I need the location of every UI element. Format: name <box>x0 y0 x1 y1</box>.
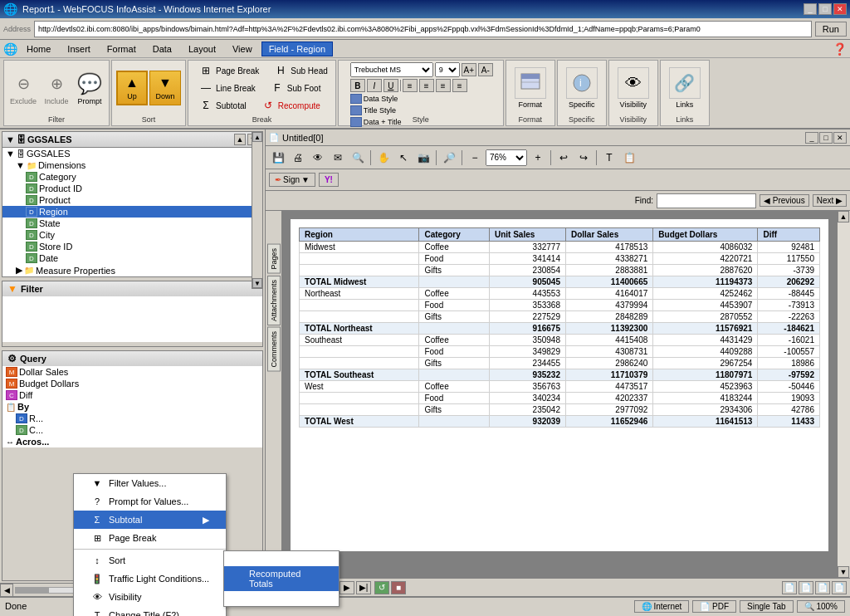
doc-search-button[interactable]: 🔍 <box>349 149 367 167</box>
sign-button[interactable]: ✒ Sign ▼ <box>269 173 315 187</box>
find-input[interactable] <box>657 193 756 208</box>
menu-view[interactable]: View <box>225 42 260 56</box>
subtotal-button[interactable]: Σ Subtotal <box>195 97 251 114</box>
run-button[interactable]: Run <box>815 22 847 37</box>
doc-scroll-up-button[interactable]: ▲ <box>838 211 849 222</box>
stop-button[interactable]: ■ <box>391 581 406 594</box>
tree-dimensions[interactable]: ▼ 📁 Dimensions <box>2 159 262 171</box>
align-left-button[interactable]: ≡ <box>403 79 418 92</box>
query-diff[interactable]: C Diff <box>2 389 262 401</box>
tree-scroll-down[interactable]: ▼ <box>252 278 262 288</box>
tree-ggsales[interactable]: ▼ 🗄 GGSALES <box>2 148 262 159</box>
ctx-change-title[interactable]: T Change Title (F2) <box>74 606 226 616</box>
hscroll-left-button[interactable]: ◀ <box>0 584 13 597</box>
tree-product-id[interactable]: D Product ID <box>2 183 262 194</box>
last-page-button[interactable]: ▶| <box>356 581 371 594</box>
query-region[interactable]: D R... <box>2 413 262 424</box>
sub-foot-button[interactable]: F Sub Foot <box>266 80 325 96</box>
doc-zoom-in-button[interactable]: + <box>529 149 547 167</box>
menu-home[interactable]: Home <box>19 42 58 56</box>
query-category[interactable]: D C... <box>2 424 262 436</box>
grow-font-button[interactable]: A+ <box>462 63 476 76</box>
query-budget-dollars[interactable]: M Budget Dollars <box>2 378 262 389</box>
submenu-recomputed[interactable]: ● Recomputed Totals <box>224 566 339 591</box>
doc-minimize-button[interactable]: _ <box>805 132 818 144</box>
yahoo-button[interactable]: Y! <box>319 173 339 187</box>
ctx-prompt-values[interactable]: ? Prompt for Values... <box>74 492 226 511</box>
doc-pan-button[interactable]: ✋ <box>374 149 393 167</box>
doc-email-button[interactable]: ✉ <box>329 149 347 167</box>
recompute-button[interactable]: ↺ Recompute <box>257 97 325 114</box>
sort-up-button[interactable]: ▲ Up <box>116 71 148 105</box>
sub-head-button[interactable]: H Sub Head <box>270 62 331 79</box>
close-button[interactable]: ✕ <box>833 3 847 15</box>
doc-preview-button[interactable]: 👁 <box>309 149 327 167</box>
ctx-filter-values[interactable]: ▼ Filter Values... <box>74 474 226 492</box>
title-style-button[interactable]: Title Style <box>364 106 396 115</box>
doc-save-button[interactable]: 💾 <box>269 149 287 167</box>
comments-tab[interactable]: Comments <box>267 327 281 372</box>
doc-zoom-out-button[interactable]: − <box>466 149 484 167</box>
doc-restore-button[interactable]: □ <box>819 132 833 144</box>
doc-print-button[interactable]: 🖨 <box>289 149 307 167</box>
prompt-button[interactable]: 💬 Prompt <box>74 68 105 108</box>
help-icon[interactable]: ❓ <box>833 42 847 56</box>
data-style-button[interactable]: Data Style <box>364 95 398 103</box>
submenu-on[interactable]: On <box>224 551 339 566</box>
field-region-tab[interactable]: Field - Region <box>261 42 333 56</box>
doc-export1[interactable]: 📄 <box>782 581 797 594</box>
panel-up-button[interactable]: ▲ <box>234 134 246 145</box>
include-button[interactable]: ⊕ Include <box>41 68 72 108</box>
tree-measure-props[interactable]: ▶ 📁 Measure Properties <box>2 264 262 276</box>
tree-product[interactable]: D Product <box>2 194 262 206</box>
format-button[interactable]: Format <box>519 100 543 109</box>
visibility-button[interactable]: Visibility <box>620 100 647 109</box>
shrink-font-button[interactable]: A- <box>478 63 493 76</box>
doc-undo-button[interactable]: ↩ <box>554 149 573 167</box>
links-button[interactable]: Links <box>676 100 693 109</box>
ctx-visibility[interactable]: 👁 Visibility <box>74 588 226 606</box>
menu-insert[interactable]: Insert <box>60 42 98 56</box>
submenu-off[interactable]: Off <box>224 591 339 606</box>
doc-export3[interactable]: 📄 <box>815 581 830 594</box>
align-justify-button[interactable]: ≡ <box>452 79 467 92</box>
attachments-tab[interactable]: Attachments <box>267 276 281 325</box>
reload-button[interactable]: ↺ <box>374 581 389 594</box>
tree-category[interactable]: D Category <box>2 171 262 183</box>
minimize-button[interactable]: _ <box>804 3 817 15</box>
find-next-button[interactable]: Next ▶ <box>813 194 847 207</box>
page-break-button[interactable]: ⊞ Page Break <box>195 62 263 79</box>
query-across[interactable]: ↔ Acros... <box>2 436 262 447</box>
underline-button[interactable]: U <box>383 79 398 92</box>
exclude-button[interactable]: ⊖ Exclude <box>7 68 39 108</box>
zoom-select[interactable]: 76% <box>486 149 527 166</box>
bold-button[interactable]: B <box>350 79 365 92</box>
tree-store-id[interactable]: D Store ID <box>2 241 262 252</box>
find-prev-button[interactable]: ◀ Previous <box>760 194 809 207</box>
ctx-sort[interactable]: ↕ Sort <box>74 551 226 570</box>
doc-close-button[interactable]: ✕ <box>833 132 847 144</box>
menu-format[interactable]: Format <box>100 42 144 56</box>
tree-date[interactable]: D Date <box>2 252 262 264</box>
query-dollar-sales[interactable]: M Dollar Sales <box>2 366 262 378</box>
restore-button[interactable]: □ <box>818 3 832 15</box>
doc-redo-button[interactable]: ↪ <box>574 149 593 167</box>
menu-layout[interactable]: Layout <box>181 42 223 56</box>
doc-scroll-down-button[interactable]: ▼ <box>838 566 849 578</box>
address-input[interactable] <box>34 21 812 37</box>
doc-export2[interactable]: 📄 <box>799 581 813 594</box>
italic-button[interactable]: I <box>367 79 382 92</box>
line-break-button[interactable]: — Line Break <box>195 80 260 96</box>
pages-tab[interactable]: Pages <box>267 244 281 274</box>
doc-select-button[interactable]: ↖ <box>394 149 413 167</box>
doc-export4[interactable]: 📄 <box>832 581 847 594</box>
sort-down-button[interactable]: ▼ Down <box>149 71 181 105</box>
menu-data[interactable]: Data <box>145 42 179 56</box>
expand-icon[interactable]: ▼ <box>6 134 15 144</box>
tree-region[interactable]: D Region <box>2 206 262 218</box>
ctx-page-break[interactable]: ⊞ Page Break <box>74 529 226 547</box>
data-title-button[interactable]: Data + Title <box>364 118 402 126</box>
font-select[interactable]: Trebuchet MS <box>350 62 433 77</box>
doc-another-button[interactable]: 📋 <box>620 149 638 167</box>
doc-magnify-button[interactable]: 🔎 <box>440 149 458 167</box>
